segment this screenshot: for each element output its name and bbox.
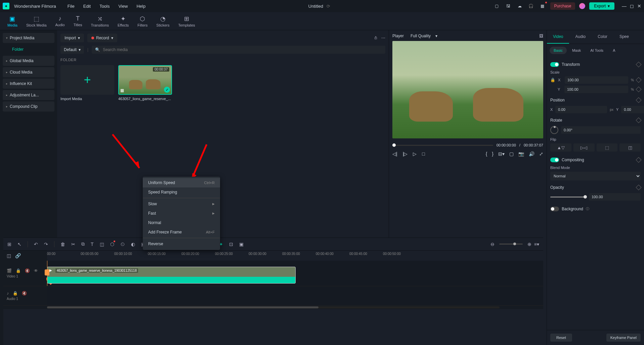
mute-icon[interactable]: 🔇 <box>25 268 30 273</box>
close-button[interactable]: ✕ <box>637 3 641 9</box>
minimize-button[interactable]: — <box>622 3 627 9</box>
flip-vertical-button[interactable]: ▷◁ <box>573 143 595 152</box>
scrub-bar[interactable] <box>392 145 493 146</box>
search-input[interactable] <box>103 47 382 52</box>
fullscreen-icon[interactable]: ⤢ <box>539 151 543 157</box>
scale-y-input[interactable] <box>564 86 628 93</box>
camera-icon[interactable]: 📷 <box>518 151 524 157</box>
flip-mode2-button[interactable]: ◫ <box>619 143 641 152</box>
info-icon[interactable]: ⓘ <box>586 207 589 211</box>
sort-dropdown[interactable]: Default▾ <box>60 46 84 54</box>
display-button[interactable]: ▢ <box>509 151 514 157</box>
purchase-button[interactable]: Purchase <box>550 2 575 10</box>
keyframe-diamond-icon[interactable] <box>636 87 642 92</box>
tab-audio[interactable]: ♪Audio <box>51 14 69 28</box>
speed-tool[interactable]: ⏲ <box>120 242 125 247</box>
volume-icon[interactable]: 🔊 <box>529 151 534 157</box>
inspector-tab-video[interactable]: Video <box>547 30 569 44</box>
timeline-options-icon[interactable]: ◫ <box>7 253 11 258</box>
copy-tool[interactable]: ◫ <box>100 242 104 247</box>
timeline-scrollbar[interactable] <box>3 306 543 309</box>
subtab-animation[interactable]: A <box>609 47 619 54</box>
save-icon[interactable]: 🖫 <box>505 2 512 10</box>
sidebar-compound-clip[interactable]: ▸Compound Clip <box>3 101 54 112</box>
filter-icon[interactable]: ⫛ <box>374 36 378 40</box>
mute-icon[interactable]: 🔇 <box>22 291 27 296</box>
blend-mode-select[interactable]: Normal <box>550 172 641 180</box>
tab-stickers[interactable]: ◔Stickers <box>152 14 173 29</box>
opacity-input[interactable] <box>589 193 641 201</box>
crop-button[interactable]: ⧉ <box>81 241 85 247</box>
menu-help[interactable]: Help <box>136 4 145 9</box>
tracking-tool[interactable]: ⬡ <box>110 242 114 247</box>
inspector-tab-color[interactable]: Color <box>592 30 613 44</box>
record-button[interactable]: Record▾ <box>87 34 117 42</box>
apps-icon[interactable]: ▦ <box>539 2 546 10</box>
audio-track-body[interactable] <box>47 286 543 305</box>
quality-dropdown[interactable]: Full Quality▾ <box>411 34 437 38</box>
keyframe-diamond-icon[interactable] <box>636 185 642 190</box>
screen-icon[interactable]: ▢ <box>493 2 501 10</box>
lock-icon[interactable]: 🔒 <box>550 78 555 82</box>
media-clip-card[interactable]: 00:00:37 ▦ ✓ 463057_lions_game_reserve_.… <box>118 65 172 101</box>
timeline-view-icon[interactable]: ≡▾ <box>534 242 539 247</box>
video-track-icon[interactable]: 🎬 <box>7 268 12 273</box>
ctx-normal[interactable]: Normal <box>143 218 220 227</box>
play-button[interactable]: ▷ <box>413 151 417 157</box>
subtab-mask[interactable]: Mask <box>568 47 585 54</box>
inspector-tab-audio[interactable]: Audio <box>569 30 592 44</box>
pointer-tool[interactable]: ↖ <box>17 242 22 247</box>
sidebar-influence-kit[interactable]: ▸Influence Kit <box>3 79 54 89</box>
headset-icon[interactable]: 🎧 <box>527 2 535 10</box>
cloud-icon[interactable]: ☁ <box>516 2 523 10</box>
ctx-fast[interactable]: Fast▶ <box>143 209 220 218</box>
lock-icon[interactable]: 🔒 <box>16 268 21 273</box>
sidebar-project-media[interactable]: ▾Project Media <box>3 33 54 43</box>
visibility-icon[interactable]: 👁 <box>34 268 38 273</box>
timeline-ruler[interactable]: 00:0000:00:05:0000:00:10:0000:00:15:0000… <box>47 251 543 261</box>
lock-icon[interactable]: 🔒 <box>13 291 18 296</box>
position-y-input[interactable] <box>621 106 644 113</box>
delete-button[interactable]: 🗑 <box>60 242 65 247</box>
keyframe-panel-button[interactable]: Keyframe Panel <box>606 334 641 342</box>
sidebar-cloud-media[interactable]: ▸Cloud Media <box>3 67 54 77</box>
keyframe-diamond-icon[interactable] <box>636 157 642 163</box>
import-button[interactable]: Import▾ <box>60 34 84 42</box>
export-button[interactable]: Export▾ <box>589 2 614 10</box>
prev-frame-button[interactable]: ◁| <box>392 151 397 157</box>
opacity-slider[interactable] <box>550 197 586 198</box>
tab-filters[interactable]: ⬡Filters <box>133 14 152 29</box>
cloud-sync-icon[interactable]: ⟳ <box>327 4 330 9</box>
cut-button[interactable]: ✂ <box>71 242 75 247</box>
more-options-icon[interactable]: ⋯ <box>381 36 385 40</box>
grid-icon[interactable]: ⊞ <box>7 242 11 247</box>
sidebar-global-media[interactable]: ▸Global Media <box>3 56 54 66</box>
subtab-basic[interactable]: Basic <box>550 47 567 54</box>
play-forward-button[interactable]: |▷ <box>403 151 408 157</box>
search-box[interactable]: 🔍 <box>92 46 385 54</box>
tab-templates[interactable]: ⊞Templates <box>174 14 199 29</box>
color-tool[interactable]: ◐ <box>131 242 135 247</box>
stop-button[interactable]: □ <box>422 151 425 157</box>
tab-titles[interactable]: TTitles <box>70 14 86 28</box>
render-tool[interactable]: ⊡ <box>229 242 233 247</box>
position-x-input[interactable] <box>555 106 607 113</box>
flip-mode-button[interactable]: ⬚ <box>597 143 618 152</box>
mark-in-button[interactable]: { <box>486 151 487 157</box>
keyframe-diamond-icon[interactable] <box>636 118 642 123</box>
subtab-ai-tools[interactable]: AI Tools <box>586 47 607 54</box>
ctx-uniform-speed[interactable]: Uniform SpeedCtrl+R <box>143 178 220 187</box>
tab-effects[interactable]: ✦Effects <box>114 14 133 29</box>
flip-horizontal-button[interactable]: ▲▽ <box>550 143 571 152</box>
ctx-freeze-frame[interactable]: Add Freeze FrameAlt+F <box>143 227 220 237</box>
maximize-button[interactable]: ◻ <box>630 3 634 9</box>
sidebar-adjustment-layer[interactable]: ▸Adjustment La... <box>3 90 54 100</box>
rotate-input[interactable] <box>561 126 641 134</box>
video-track-body[interactable]: ▶ 463057_lions_game_reserve_lioness_1903… <box>47 261 543 286</box>
audio-track-icon[interactable]: ♪ <box>7 291 9 296</box>
menu-tools[interactable]: Tools <box>99 4 110 9</box>
playhead[interactable] <box>47 261 47 286</box>
scale-x-input[interactable] <box>565 76 628 84</box>
record-tool[interactable]: ▣ <box>239 242 244 247</box>
keyframe-diamond-icon[interactable] <box>636 97 642 103</box>
